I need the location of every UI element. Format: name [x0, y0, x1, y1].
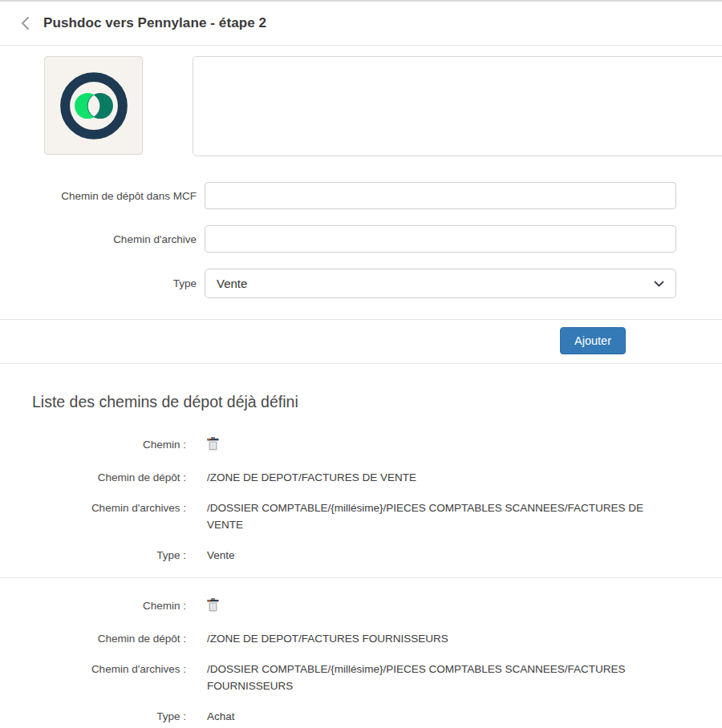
chemins-list: Chemin : Chemin de dépôt : /ZONE DE DEPO…	[0, 436, 722, 725]
chevron-down-icon	[654, 281, 664, 287]
entry-row-type: Type : Vente	[0, 547, 722, 564]
chemin-entry: Chemin : Chemin de dépôt : /ZONE DE DEPO…	[0, 436, 722, 564]
top-block	[44, 56, 722, 156]
type-select[interactable]: Vente	[205, 269, 676, 298]
depot-value: /ZONE DE DEPOT/FACTURES FOURNISSEURS	[207, 630, 676, 647]
type-label: Type	[0, 277, 197, 289]
pennylane-logo-card	[44, 56, 143, 155]
archives-value: /DOSSIER COMPTABLE/{millésime}/PIECES CO…	[207, 661, 676, 694]
depot-value: /ZONE DE DEPOT/FACTURES DE VENTE	[207, 469, 676, 486]
archives-label: Chemin d'archives :	[0, 499, 186, 516]
trash-icon	[207, 437, 219, 451]
description-textarea[interactable]	[193, 56, 722, 156]
chemin-label: Chemin :	[0, 597, 186, 614]
divider	[0, 363, 722, 364]
pennylane-logo-icon	[57, 69, 131, 143]
type-select-value: Vente	[217, 277, 247, 290]
type-value: Vente	[207, 547, 676, 564]
form-row-depot-mcf: Chemin de dépôt dans MCF	[0, 182, 722, 209]
page-title: Pushdoc vers Pennylane - étape 2	[43, 15, 266, 31]
archives-label: Chemin d'archives :	[0, 661, 186, 677]
archive-input[interactable]	[205, 225, 676, 253]
chemin-label: Chemin :	[0, 436, 186, 453]
trash-icon	[207, 598, 219, 612]
chemin-entry: Chemin : Chemin de dépôt : /ZONE DE DEPO…	[0, 597, 722, 725]
divider	[0, 577, 722, 578]
entry-row-depot: Chemin de dépôt : /ZONE DE DEPOT/FACTURE…	[0, 469, 722, 486]
push-config-form: Chemin de dépôt dans MCF Chemin d'archiv…	[0, 182, 722, 298]
type-row-label: Type :	[0, 547, 186, 564]
depot-label: Chemin de dépôt :	[0, 630, 186, 647]
archives-value: /DOSSIER COMPTABLE/{millésime}/PIECES CO…	[207, 499, 676, 533]
depot-label: Chemin de dépôt :	[0, 469, 186, 486]
entry-row-archives: Chemin d'archives : /DOSSIER COMPTABLE/{…	[0, 499, 722, 533]
entry-row-type: Type : Achat	[0, 708, 722, 725]
chevron-left-icon	[21, 16, 30, 30]
type-value: Achat	[207, 708, 676, 725]
form-row-archive: Chemin d'archive	[0, 225, 722, 253]
entry-row-archives: Chemin d'archives : /DOSSIER COMPTABLE/{…	[0, 661, 722, 694]
list-section-title: Liste des chemins de dépot déjà défini	[32, 393, 722, 411]
type-row-label: Type :	[0, 708, 186, 725]
archive-label: Chemin d'archive	[0, 233, 197, 245]
delete-chemin-button[interactable]	[207, 598, 722, 612]
depot-mcf-label: Chemin de dépôt dans MCF	[0, 190, 197, 202]
back-chevron-icon[interactable]	[16, 14, 34, 32]
entry-row-chemin: Chemin :	[0, 436, 722, 453]
depot-mcf-input[interactable]	[205, 182, 676, 209]
entry-row-chemin: Chemin :	[0, 597, 722, 614]
entry-row-depot: Chemin de dépôt : /ZONE DE DEPOT/FACTURE…	[0, 630, 722, 647]
ajouter-button[interactable]: Ajouter	[560, 327, 626, 354]
page-header: Pushdoc vers Pennylane - étape 2	[0, 0, 722, 46]
button-row: Ajouter	[0, 320, 722, 363]
delete-chemin-button[interactable]	[207, 437, 722, 451]
form-row-type: Type Vente	[0, 269, 722, 298]
